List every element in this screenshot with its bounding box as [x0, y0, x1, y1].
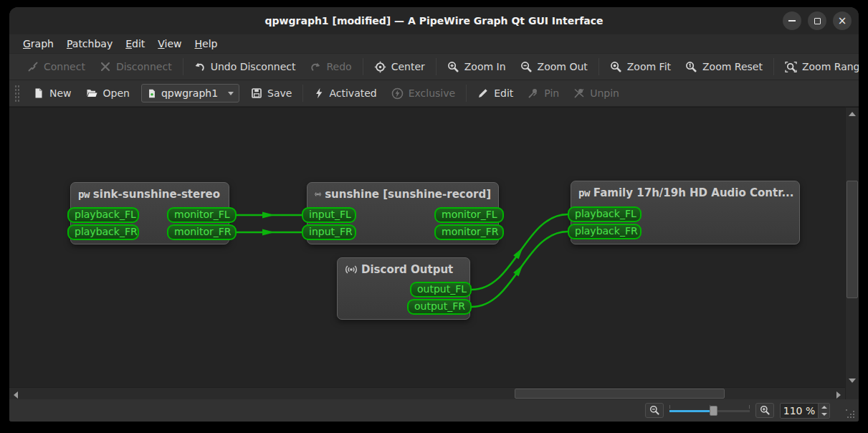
- broadcast-icon: [315, 189, 321, 200]
- maximize-icon: [814, 18, 821, 24]
- menu-graph[interactable]: Graph: [16, 36, 60, 52]
- zoom-fit-button[interactable]: Zoom Fit: [603, 57, 678, 77]
- node-title: sink-sunshine-stereo: [93, 188, 220, 201]
- close-button[interactable]: ×: [833, 11, 852, 30]
- disconnect-button[interactable]: Disconnect: [92, 57, 179, 76]
- arrow-icon: [513, 245, 525, 259]
- node-title: sunshine [sunshine-record]: [325, 188, 491, 201]
- spin-down-icon: [821, 413, 827, 416]
- activated-button[interactable]: Activated: [307, 84, 383, 103]
- statusbar-zoom-out-button[interactable]: [645, 403, 664, 418]
- vertical-scrollbar-thumb[interactable]: [846, 181, 858, 298]
- horizontal-scrollbar[interactable]: [9, 387, 845, 399]
- resize-grip[interactable]: [846, 409, 856, 419]
- port-playback-fr[interactable]: playback_FR: [67, 224, 139, 240]
- save-icon: [251, 87, 262, 99]
- exclusive-icon: [391, 87, 404, 100]
- toolbar-separator: [363, 58, 363, 75]
- patchbay-select-value: qpwgraph1: [161, 87, 218, 99]
- arrow-icon: [262, 212, 275, 219]
- toolbar-separator: [436, 58, 437, 75]
- toolbar-drag-handle[interactable]: [14, 85, 20, 102]
- node-title: Family 17h/19h HD Audio Contr...: [593, 186, 794, 199]
- zoom-in-icon: [447, 61, 459, 73]
- undo-disconnect-button[interactable]: Undo Disconnect: [187, 57, 303, 76]
- app-window: qpwgraph1 [modified] — A PipeWire Graph …: [9, 7, 859, 422]
- toolbar-separator: [183, 58, 183, 75]
- horizontal-scrollbar-thumb[interactable]: [515, 389, 725, 399]
- redo-button[interactable]: Redo: [302, 57, 358, 76]
- spin-down-button[interactable]: [819, 411, 829, 418]
- port-input-fr[interactable]: input_FR: [302, 224, 356, 240]
- open-button[interactable]: Open: [79, 84, 137, 103]
- undo-icon: [194, 61, 206, 72]
- port-monitor-fl[interactable]: monitor_FL: [167, 207, 237, 223]
- window-title: qpwgraph1 [modified] — A PipeWire Graph …: [9, 7, 859, 34]
- zoom-out-icon: [649, 405, 660, 416]
- port-monitor-fr[interactable]: monitor_FR: [434, 224, 504, 240]
- new-file-icon: [33, 87, 44, 99]
- chevron-down-icon: [228, 92, 234, 95]
- toolbar-separator: [466, 85, 467, 102]
- titlebar[interactable]: qpwgraph1 [modified] — A PipeWire Graph …: [9, 7, 859, 34]
- pipewire-icon: pw: [578, 187, 590, 199]
- port-playback-fr[interactable]: playback_FR: [568, 224, 642, 239]
- zoom-percent-spinbox[interactable]: 110 %: [780, 403, 830, 419]
- port-monitor-fr[interactable]: monitor_FR: [167, 224, 237, 240]
- zoom-reset-icon: [685, 61, 697, 73]
- vertical-scrollbar[interactable]: [845, 107, 859, 387]
- port-playback-fl[interactable]: playback_FL: [67, 207, 139, 223]
- broadcast-icon: [345, 264, 358, 275]
- port-input-fl[interactable]: input_FL: [302, 207, 356, 223]
- spin-up-button[interactable]: [819, 404, 829, 411]
- arrow-icon: [262, 229, 275, 236]
- scroll-down-arrow-icon[interactable]: [849, 379, 856, 383]
- redo-icon: [310, 61, 321, 72]
- exclusive-button[interactable]: Exclusive: [384, 84, 462, 103]
- scroll-up-arrow-icon[interactable]: [849, 112, 856, 116]
- close-icon: ×: [838, 16, 847, 27]
- statusbar-zoom-in-button[interactable]: [755, 403, 774, 418]
- menu-patchbay[interactable]: Patchbay: [60, 36, 119, 52]
- window-controls: ×: [783, 11, 852, 30]
- menu-view[interactable]: View: [151, 36, 188, 52]
- zoom-out-button[interactable]: Zoom Out: [513, 57, 595, 77]
- zoom-reset-button[interactable]: Zoom Reset: [678, 57, 770, 77]
- toolbar-separator: [773, 58, 774, 75]
- zoom-range-icon: [785, 61, 797, 73]
- edit-button[interactable]: Edit: [470, 84, 520, 103]
- pipewire-icon: pw: [78, 189, 90, 200]
- zoom-range-button[interactable]: Zoom Range: [778, 57, 859, 77]
- pin-button[interactable]: Pin: [520, 84, 566, 103]
- new-button[interactable]: New: [26, 84, 79, 103]
- port-output-fr[interactable]: output_FR: [407, 299, 472, 315]
- port-output-fl[interactable]: output_FL: [410, 282, 472, 298]
- patchbay-file-icon: [147, 88, 157, 99]
- zoom-slider-handle[interactable]: [710, 406, 717, 416]
- center-button[interactable]: Center: [367, 57, 432, 77]
- zoom-percent-value: 110 %: [781, 405, 818, 417]
- unpin-button[interactable]: Unpin: [566, 84, 626, 103]
- zoom-in-button[interactable]: Zoom In: [440, 57, 513, 77]
- node-title: Discord Output: [361, 263, 453, 276]
- unpin-icon: [573, 87, 585, 99]
- disconnect-icon: [100, 61, 111, 72]
- menu-edit[interactable]: Edit: [119, 36, 151, 52]
- graph-canvas[interactable]: pw sink-sunshine-stereo playback_FL play…: [9, 107, 845, 387]
- scroll-left-arrow-icon[interactable]: [14, 391, 18, 399]
- minimize-button[interactable]: [783, 11, 801, 30]
- scroll-right-arrow-icon[interactable]: [836, 391, 841, 399]
- port-playback-fl[interactable]: playback_FL: [568, 206, 642, 222]
- toolbar-separator: [302, 85, 303, 102]
- port-monitor-fl[interactable]: monitor_FL: [434, 207, 504, 223]
- zoom-slider[interactable]: [669, 404, 750, 418]
- edit-icon: [477, 87, 489, 99]
- zoom-in-icon: [760, 405, 771, 416]
- activated-icon: [314, 87, 324, 99]
- patchbay-select[interactable]: qpwgraph1: [141, 84, 239, 103]
- minimize-icon: [788, 20, 796, 22]
- connect-button[interactable]: Connect: [20, 57, 92, 76]
- save-button[interactable]: Save: [244, 84, 299, 103]
- maximize-button[interactable]: [808, 11, 826, 30]
- menu-help[interactable]: Help: [189, 36, 224, 52]
